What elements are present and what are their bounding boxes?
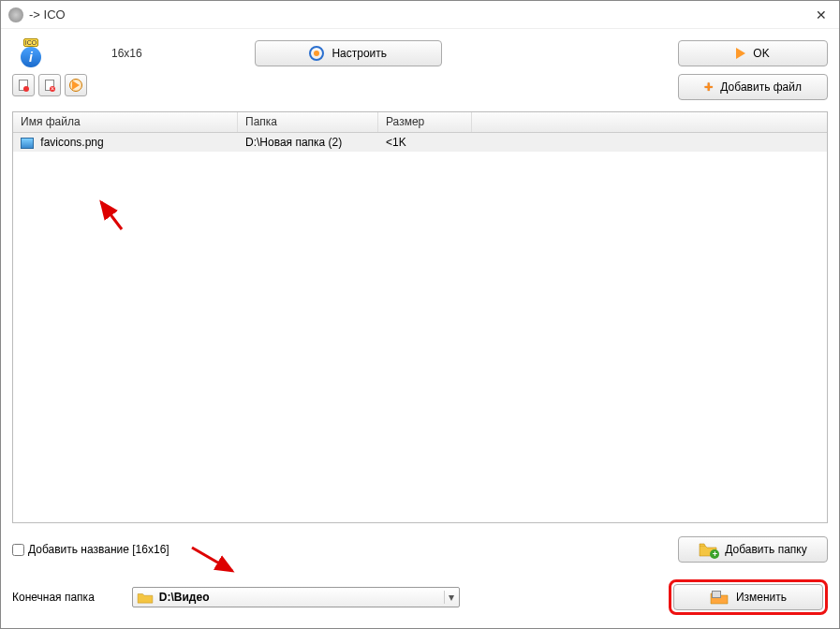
add-file-button[interactable]: + Добавить файл [678,74,828,100]
app-icon [8,7,23,22]
app-window: -> ICO ✕ ICO i 16x16 Настроить OK + Доба… [0,0,840,629]
add-folder-button[interactable]: + Добавить папку [678,536,828,563]
configure-label: Настроить [332,47,387,60]
configure-button[interactable]: Настроить [255,40,442,66]
title-bar: -> ICO ✕ [1,1,839,29]
cell-name: favicons.png [13,136,238,149]
ok-button[interactable]: OK [678,40,828,66]
add-name-checkbox-input[interactable] [12,544,24,556]
col-header-size[interactable]: Размер [378,112,472,132]
info-icon: i [21,47,41,67]
folder-icon [137,591,154,604]
change-button[interactable]: Изменить [673,584,823,610]
remove-button[interactable] [12,74,35,96]
add-name-checkbox[interactable]: Добавить название [16x16] [12,543,169,556]
ico-info-icon[interactable]: ICO i [16,38,46,68]
table-row[interactable]: favicons.png D:\Новая папка (2) <1K [13,133,827,152]
image-file-icon [21,138,34,149]
bottom-panel: Добавить название [16x16] + Добавить пап… [1,529,839,628]
add-name-label: Добавить название [16x16] [28,543,169,556]
change-highlight: Изменить [669,579,828,615]
change-label: Изменить [736,591,787,604]
cell-folder: D:\Новая папка (2) [238,136,378,149]
list-header: Имя файла Папка Размер [13,112,827,133]
add-folder-label: Добавить папку [725,543,806,556]
dest-folder-dropdown[interactable]: D:\Видео ▾ [132,587,460,607]
close-button[interactable]: ✕ [811,5,832,25]
chevron-down-icon: ▾ [444,591,459,604]
dest-folder-path: D:\Видео [157,591,444,604]
ok-label: OK [753,47,769,60]
play-icon [69,79,82,92]
top-toolbar: ICO i 16x16 Настроить OK [1,29,839,74]
cell-size: <1K [378,136,472,149]
add-file-label: Добавить файл [720,80,802,94]
clear-button[interactable] [38,74,61,96]
file-list: Имя файла Папка Размер favicons.png D:\Н… [12,111,828,523]
folder-picture-icon [710,590,729,605]
doc-remove-icon [19,80,28,91]
dest-folder-label: Конечная папка [12,591,95,604]
folder-add-icon: + [699,542,717,557]
mini-toolbar: + Добавить файл [1,74,839,108]
file-name: favicons.png [40,136,103,149]
col-header-name[interactable]: Имя файла [13,112,238,132]
play-button[interactable] [65,74,87,96]
doc-clear-icon [45,80,54,91]
plus-icon: + [704,79,713,95]
list-body: favicons.png D:\Новая папка (2) <1K [13,133,827,522]
gear-icon [309,46,324,61]
col-header-folder[interactable]: Папка [238,112,378,132]
arrow-right-icon [736,48,745,59]
window-title: -> ICO [29,7,811,22]
ico-badge: ICO [23,38,38,47]
dimensions-label: 16x16 [111,47,142,60]
